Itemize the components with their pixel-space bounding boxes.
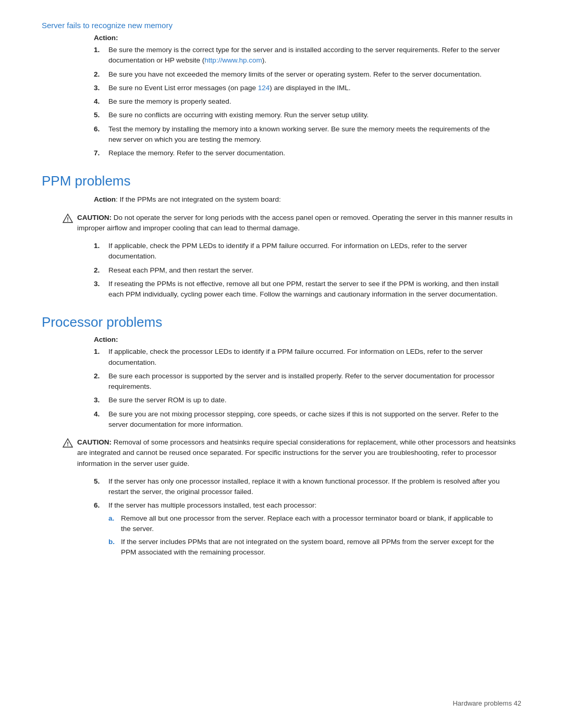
list-item: Be sure the memory is properly seated. <box>94 96 500 107</box>
list-item: If applicable, check the PPM LEDs to ide… <box>94 241 500 262</box>
memory-list: Be sure the memory is the correct type f… <box>94 45 500 158</box>
processor-list: If applicable, check the processor LEDs … <box>94 347 500 430</box>
memory-action-label: Action: <box>94 34 521 42</box>
list-item: Reseat each PPM, and then restart the se… <box>94 265 500 276</box>
list-item: Be sure the memory is the correct type f… <box>94 45 500 66</box>
processor-section: Processor problems Action: If applicable… <box>42 314 521 560</box>
caution-icon: ! <box>63 213 73 227</box>
sub-list: Remove all but one processor from the se… <box>108 513 500 558</box>
processor-caution: ! CAUTION: Removal of some processors an… <box>63 437 521 469</box>
caution-icon-2: ! <box>63 438 73 451</box>
page-footer: Hardware problems 42 <box>452 699 521 707</box>
svg-text:!: ! <box>67 216 69 222</box>
list-item: If the server has only one processor ins… <box>94 476 500 498</box>
list-item: Be sure each processor is supported by t… <box>94 371 500 392</box>
list-item: Be sure you have not exceeded the memory… <box>94 69 500 80</box>
processor-action-label: Action: <box>94 336 521 343</box>
ppm-caution: ! CAUTION: Do not operate the server for… <box>63 213 521 234</box>
ppm-section: PPM problems Action: If the PPMs are not… <box>42 173 521 300</box>
hp-link[interactable]: http://www.hp.com <box>204 56 262 64</box>
processor-list-2: If the server has only one processor ins… <box>94 476 500 561</box>
list-item: If the server includes PPMs that are not… <box>108 537 500 558</box>
memory-section: Server fails to recognize new memory Act… <box>42 21 521 158</box>
list-item: Test the memory by installing the memory… <box>94 124 500 145</box>
svg-text:!: ! <box>67 441 69 447</box>
memory-heading: Server fails to recognize new memory <box>42 21 521 30</box>
processor-heading: Processor problems <box>42 314 521 330</box>
ppm-heading: PPM problems <box>42 173 521 189</box>
list-item: Replace the memory. Refer to the server … <box>94 148 500 158</box>
list-item: Be sure the server ROM is up to date. <box>94 395 500 405</box>
list-item: Be sure no conflicts are occurring with … <box>94 110 500 120</box>
list-item: If applicable, check the processor LEDs … <box>94 347 500 368</box>
list-item: If reseating the PPMs is not effective, … <box>94 279 500 300</box>
list-item: Remove all but one processor from the se… <box>108 513 500 535</box>
ppm-list: If applicable, check the PPM LEDs to ide… <box>94 241 500 300</box>
list-item: If the server has multiple processors in… <box>94 500 500 560</box>
list-item: Be sure you are not mixing processor ste… <box>94 409 500 430</box>
ppm-action-intro: Action: If the PPMs are not integrated o… <box>94 194 500 205</box>
list-item: Be sure no Event List error messages (on… <box>94 83 500 93</box>
